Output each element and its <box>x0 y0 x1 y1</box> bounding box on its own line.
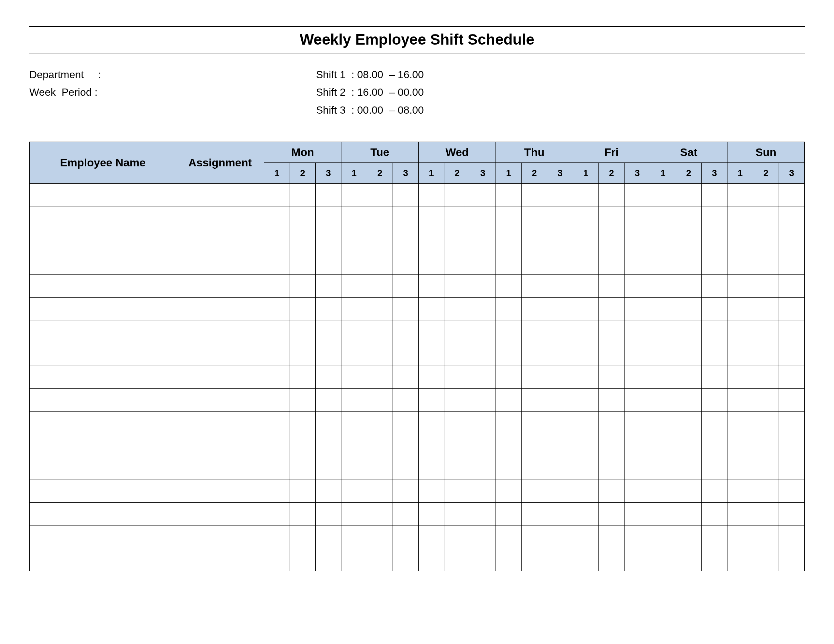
cell-employee <box>30 457 176 480</box>
cell-shift <box>676 548 702 571</box>
cell-shift <box>650 526 676 548</box>
cell-shift <box>650 412 676 434</box>
cell-shift <box>779 366 805 389</box>
cell-shift <box>547 457 573 480</box>
cell-shift <box>367 320 393 343</box>
cell-shift <box>779 298 805 320</box>
cell-shift <box>264 457 290 480</box>
cell-shift <box>341 526 367 548</box>
cell-shift <box>624 343 650 366</box>
cell-assignment <box>176 457 264 480</box>
cell-shift <box>727 526 753 548</box>
cell-shift <box>650 343 676 366</box>
cell-shift <box>264 503 290 526</box>
cell-assignment <box>176 412 264 434</box>
cell-shift <box>547 320 573 343</box>
cell-shift <box>676 252 702 275</box>
cell-shift <box>599 207 624 229</box>
cell-shift <box>316 343 341 366</box>
cell-shift <box>316 526 341 548</box>
cell-shift <box>264 298 290 320</box>
cell-shift <box>470 184 496 207</box>
cell-shift <box>624 252 650 275</box>
header-day-mon: Mon <box>264 142 341 163</box>
cell-shift <box>702 298 727 320</box>
cell-shift <box>496 526 522 548</box>
cell-shift <box>290 298 316 320</box>
cell-shift <box>779 207 805 229</box>
cell-shift <box>341 412 367 434</box>
cell-shift <box>290 412 316 434</box>
cell-shift <box>419 184 444 207</box>
cell-shift <box>599 343 624 366</box>
department-row: Department : <box>29 66 316 83</box>
cell-shift <box>393 526 419 548</box>
cell-shift <box>624 366 650 389</box>
header-day-tue: Tue <box>341 142 419 163</box>
table-row <box>30 343 805 366</box>
header-shift-2: 2 <box>676 163 702 184</box>
header-shift-3: 3 <box>316 163 341 184</box>
cell-shift <box>290 207 316 229</box>
cell-shift <box>624 184 650 207</box>
cell-assignment <box>176 503 264 526</box>
cell-shift <box>419 275 444 298</box>
header-day-wed: Wed <box>419 142 496 163</box>
table-row <box>30 457 805 480</box>
cell-shift <box>264 275 290 298</box>
cell-shift <box>727 229 753 252</box>
cell-shift <box>393 252 419 275</box>
table-row <box>30 480 805 503</box>
schedule-wrap: Employee Name Assignment Mon Tue Wed Thu… <box>29 142 805 571</box>
cell-assignment <box>176 480 264 503</box>
page-title: Weekly Employee Shift Schedule <box>300 31 534 48</box>
cell-shift <box>264 207 290 229</box>
cell-employee <box>30 207 176 229</box>
cell-shift <box>470 298 496 320</box>
cell-shift <box>753 343 779 366</box>
table-row <box>30 229 805 252</box>
header-day-sun: Sun <box>727 142 805 163</box>
cell-shift <box>599 320 624 343</box>
cell-shift <box>727 252 753 275</box>
cell-shift <box>702 229 727 252</box>
cell-shift <box>727 389 753 412</box>
cell-shift <box>650 389 676 412</box>
cell-shift <box>290 457 316 480</box>
cell-shift <box>676 480 702 503</box>
cell-shift <box>599 275 624 298</box>
cell-shift <box>316 252 341 275</box>
cell-shift <box>393 548 419 571</box>
cell-assignment <box>176 252 264 275</box>
cell-shift <box>650 457 676 480</box>
cell-shift <box>316 434 341 457</box>
cell-shift <box>702 457 727 480</box>
cell-shift <box>547 184 573 207</box>
cell-shift <box>702 503 727 526</box>
cell-shift <box>599 480 624 503</box>
cell-shift <box>624 457 650 480</box>
cell-shift <box>753 320 779 343</box>
cell-shift <box>341 207 367 229</box>
cell-shift <box>393 434 419 457</box>
cell-shift <box>779 480 805 503</box>
table-row <box>30 252 805 275</box>
cell-shift <box>264 229 290 252</box>
cell-shift <box>496 298 522 320</box>
cell-shift <box>522 503 547 526</box>
cell-shift <box>393 184 419 207</box>
cell-shift <box>650 548 676 571</box>
cell-shift <box>676 207 702 229</box>
cell-shift <box>290 503 316 526</box>
cell-shift <box>676 457 702 480</box>
cell-shift <box>650 480 676 503</box>
cell-shift <box>341 389 367 412</box>
cell-shift <box>599 184 624 207</box>
cell-shift <box>676 320 702 343</box>
cell-shift <box>264 184 290 207</box>
cell-shift <box>573 207 599 229</box>
meta-block: Department : Week Period : Shift 1 : 08.… <box>29 66 805 119</box>
cell-shift <box>753 457 779 480</box>
cell-shift <box>367 548 393 571</box>
cell-shift <box>753 548 779 571</box>
